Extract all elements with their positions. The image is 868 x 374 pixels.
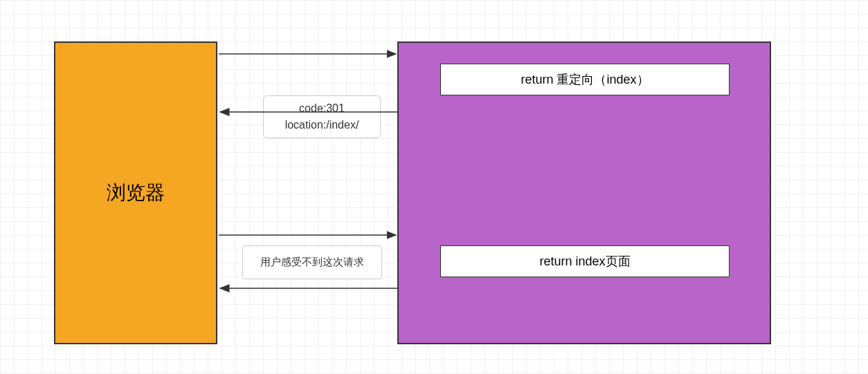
code-line: code:301 bbox=[299, 102, 345, 114]
location-line: location:/index/ bbox=[285, 119, 359, 131]
redirect-return-label: return 重定向（index） bbox=[521, 71, 649, 88]
user-note-text: 用户感受不到这次请求 bbox=[260, 256, 364, 268]
user-note-label: 用户感受不到这次请求 bbox=[242, 245, 382, 279]
response-301-label: code:301 location:/index/ bbox=[263, 95, 381, 138]
index-return-label: return index页面 bbox=[539, 253, 630, 270]
browser-label: 浏览器 bbox=[107, 180, 165, 206]
index-return-box: return index页面 bbox=[440, 245, 730, 277]
redirect-return-box: return 重定向（index） bbox=[440, 64, 730, 95]
browser-box: 浏览器 bbox=[54, 41, 217, 344]
